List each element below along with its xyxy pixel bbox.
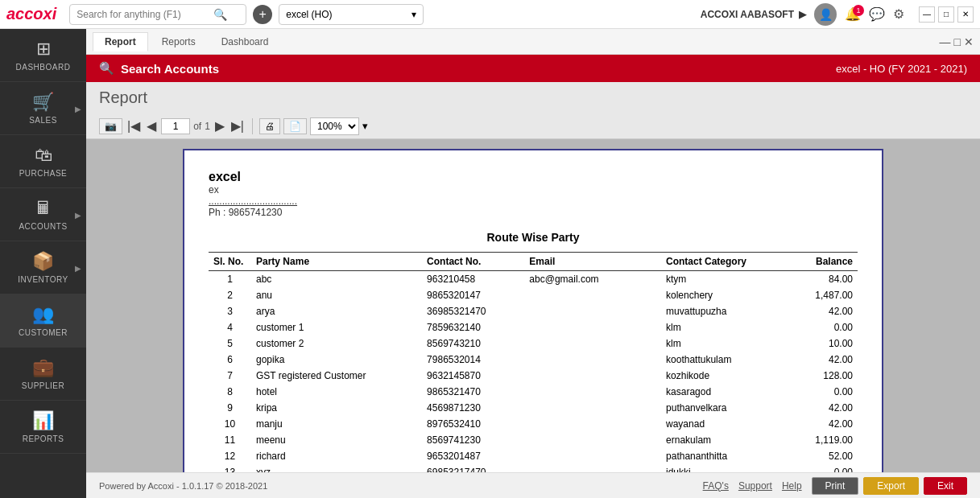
tab-minimize-button[interactable]: — — [940, 35, 951, 48]
chevron-right-icon: ▶ — [75, 104, 81, 113]
window-controls: — □ ✕ — [919, 6, 974, 23]
sidebar-item-label-sales: SALES — [29, 116, 57, 125]
cell-sl: 6 — [209, 352, 251, 368]
sidebar: ⊞ DASHBOARD 🛒 SALES ▶ 🛍 PURCHASE 🖩 ACCOU… — [0, 29, 86, 498]
cell-balance: 0.00 — [789, 319, 858, 335]
cell-sl: 9 — [209, 400, 251, 416]
sales-icon: 🛒 — [32, 92, 54, 113]
supplier-icon: 💼 — [32, 357, 54, 378]
cell-category: ktym — [661, 271, 789, 288]
sidebar-item-inventory[interactable]: 📦 INVENTORY ▶ — [0, 241, 86, 294]
company-select[interactable]: excel (HO) ▾ — [279, 4, 424, 25]
tab-restore-button[interactable]: □ — [954, 35, 961, 48]
company-phone: Ph : 9865741230 — [209, 207, 858, 218]
add-button[interactable]: + — [253, 5, 272, 24]
report-table: Sl. No. Party Name Contact No. Email Con… — [209, 252, 858, 472]
support-link[interactable]: Support — [738, 480, 772, 492]
cell-email — [524, 400, 661, 416]
cell-email — [524, 319, 661, 335]
print-toolbar-button[interactable]: 🖨 — [259, 118, 280, 134]
exit-button[interactable]: Exit — [924, 477, 967, 495]
tab-close-button[interactable]: ✕ — [964, 35, 974, 48]
cell-contact: 8569741230 — [422, 432, 524, 448]
notification-button[interactable]: 🔔 1 — [845, 6, 861, 22]
zoom-dropdown-icon: ▾ — [362, 120, 368, 132]
cell-sl: 11 — [209, 432, 251, 448]
settings-button[interactable]: ⚙ — [893, 6, 904, 22]
sidebar-item-purchase[interactable]: 🛍 PURCHASE — [0, 135, 86, 188]
notification-badge: 1 — [853, 5, 864, 16]
footer-links: FAQ's Support Help — [703, 480, 802, 492]
close-button[interactable]: ✕ — [957, 6, 974, 23]
sidebar-item-customer[interactable]: 👥 CUSTOMER — [0, 294, 86, 348]
table-row: 1 abc 963210458 abc@gmail.com ktym 84.00 — [209, 271, 858, 288]
cell-name: customer 2 — [251, 335, 422, 352]
top-bar: accoxi 🔍 + excel (HO) ▾ ACCOXI AABASOFT … — [0, 0, 980, 29]
cell-contact: 9632145870 — [422, 368, 524, 384]
table-row: 10 manju 8976532410 wayanad 42.00 — [209, 416, 858, 432]
toolbar-screenshot-button[interactable]: 📷 — [99, 118, 122, 134]
help-link[interactable]: Help — [782, 480, 802, 492]
cell-sl: 13 — [209, 464, 251, 472]
faq-link[interactable]: FAQ's — [703, 480, 729, 492]
chevron-right-icon: ▶ — [799, 9, 806, 20]
cell-name: abc — [251, 271, 422, 288]
chat-button[interactable]: 💬 — [869, 6, 885, 22]
print-button[interactable]: Print — [812, 477, 859, 495]
logo: accoxi — [6, 5, 56, 23]
cell-balance: 1,487.00 — [789, 287, 858, 303]
table-row: 7 GST registered Customer 9632145870 koz… — [209, 368, 858, 384]
page-number-input[interactable]: 1 — [161, 118, 190, 134]
cell-category: pathananthitta — [661, 448, 789, 464]
cell-contact: 963210458 — [422, 271, 524, 288]
minimize-button[interactable]: — — [919, 6, 935, 23]
company-address: ................................. — [209, 195, 858, 207]
cell-email — [524, 416, 661, 432]
tab-dashboard[interactable]: Dashboard — [209, 32, 281, 51]
col-header-contact: Contact No. — [422, 253, 524, 271]
table-row: 5 customer 2 8569743210 klm 10.00 — [209, 335, 858, 352]
report-scroll[interactable]: excel ex ...............................… — [86, 139, 980, 472]
search-input[interactable] — [76, 9, 213, 20]
page-of-label: of — [193, 121, 201, 132]
sidebar-item-supplier[interactable]: 💼 SUPPLIER — [0, 348, 86, 401]
last-page-button[interactable]: ▶| — [229, 117, 246, 135]
cell-email — [524, 448, 661, 464]
sidebar-item-reports[interactable]: 📊 REPORTS — [0, 401, 86, 454]
cell-balance: 84.00 — [789, 271, 858, 288]
next-page-button[interactable]: ▶ — [213, 117, 226, 135]
search-icon-button[interactable]: 🔍 — [213, 8, 227, 21]
cell-balance: 1,119.00 — [789, 432, 858, 448]
sidebar-item-accounts[interactable]: 🖩 ACCOUNTS ▶ — [0, 188, 86, 241]
cell-sl: 8 — [209, 384, 251, 400]
cell-name: customer 1 — [251, 319, 422, 335]
sidebar-item-label-inventory: INVENTORY — [18, 275, 68, 284]
first-page-button[interactable]: |◀ — [126, 117, 142, 135]
cell-contact: 9865321470 — [422, 384, 524, 400]
cell-category: klm — [661, 319, 789, 335]
table-row: 8 hotel 9865321470 kasaragod 0.00 — [209, 384, 858, 400]
maximize-button[interactable]: □ — [938, 6, 954, 23]
cell-contact: 69853217470 — [422, 464, 524, 472]
export-button[interactable]: Export — [863, 477, 919, 495]
search-bar[interactable]: 🔍 — [69, 4, 246, 25]
cell-balance: 42.00 — [789, 303, 858, 319]
zoom-select[interactable]: 100% 75% 150% — [310, 117, 359, 135]
report-toolbar: 📷 |◀ ◀ 1 of 1 ▶ ▶| 🖨 📄 100% 75% 150% ▾ — [86, 113, 980, 139]
right-icons: ACCOXI AABASOFT ▶ 👤 🔔 1 💬 ⚙ — □ ✕ — [701, 3, 974, 26]
tab-reports[interactable]: Reports — [150, 32, 208, 51]
table-row: 11 meenu 8569741230 ernakulam 1,119.00 — [209, 432, 858, 448]
company-sub: ex — [209, 184, 858, 195]
sidebar-item-label-supplier: SUPPLIER — [22, 381, 64, 390]
avatar: 👤 — [814, 3, 837, 26]
tab-report[interactable]: Report — [93, 32, 148, 51]
cell-balance: 42.00 — [789, 400, 858, 416]
cell-contact: 9653201487 — [422, 448, 524, 464]
sidebar-item-dashboard[interactable]: ⊞ DASHBOARD — [0, 29, 86, 82]
sidebar-item-sales[interactable]: 🛒 SALES ▶ — [0, 82, 86, 135]
cell-category: muvattupuzha — [661, 303, 789, 319]
export-toolbar-button[interactable]: 📄 — [283, 118, 307, 134]
table-row: 3 arya 36985321470 muvattupuzha 42.00 — [209, 303, 858, 319]
prev-page-button[interactable]: ◀ — [145, 117, 158, 135]
cell-email — [524, 464, 661, 472]
